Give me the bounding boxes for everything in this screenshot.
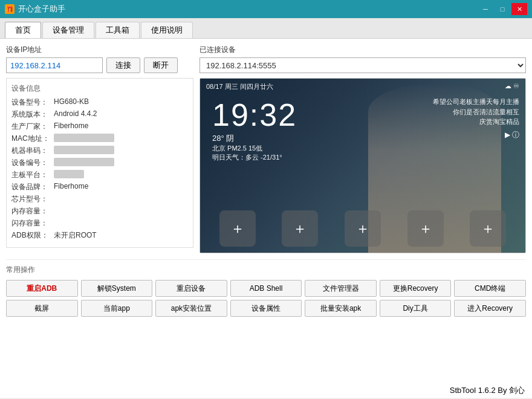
device-info-box: 设备信息 设备型号： HG680-KB 系统版本： Android 4.4.2 … [6, 78, 193, 248]
main-content: 设备IP地址 连接 断开 设备信息 设备型号： HG680-KB 系统版本： A… [0, 39, 532, 398]
title-bar-left: 🎁 开心盒子助手 [5, 4, 65, 15]
info-label-version: 系统版本： [11, 109, 54, 120]
phone-weather: 28° 阴 北京 PM2.5 15低 明日天气：多云 -21/31° [212, 133, 282, 162]
info-row-board: 主板平台： [11, 170, 188, 180]
info-label-mac: MAC地址： [11, 134, 54, 144]
disconnect-button[interactable]: 断开 [144, 57, 178, 73]
op-screenshot[interactable]: 截屏 [6, 300, 78, 317]
op-enter-recovery[interactable]: 进入Recovery [454, 300, 526, 317]
op-unlock-system[interactable]: 解锁System [81, 280, 153, 297]
info-label-brand: 设备品牌： [11, 182, 54, 192]
ops-row-2: 截屏 当前app apk安装位置 设备属性 批量安装apk Diy工具 进入Re… [6, 300, 526, 317]
phone-app-icon-4: ＋ [407, 210, 444, 247]
info-row-ram: 内存容量： [11, 206, 188, 216]
left-block: 设备IP地址 连接 断开 设备信息 设备型号： HG680-KB 系统版本： A… [6, 45, 193, 248]
footer: StbTool 1.6.2 By 剑心 [450, 385, 525, 396]
info-row-flash: 闪存容量： [11, 218, 188, 229]
op-batch-apk[interactable]: 批量安装apk [305, 300, 377, 317]
tab-home[interactable]: 首页 [5, 22, 41, 38]
info-label-flash: 闪存容量： [11, 218, 54, 229]
phone-app-icon-1: ＋ [219, 210, 256, 247]
info-label-serial: 机器串码： [11, 146, 54, 156]
phone-app-icon-2: ＋ [282, 210, 318, 247]
info-label-chip: 芯片型号： [11, 194, 54, 204]
info-row-mac: MAC地址： [11, 134, 188, 144]
connected-select[interactable]: 192.168.2.114:5555 [199, 57, 526, 73]
info-row-version: 系统版本： Android 4.4.2 [11, 109, 188, 120]
weather-temp: 28° 阴 [212, 133, 282, 144]
tab-tools[interactable]: 工具箱 [96, 22, 140, 38]
common-operations: 常用操作 重启ADB 解锁System 重启设备 ADB Shell 文件管理器… [6, 259, 526, 317]
info-value-serial [54, 146, 114, 154]
right-block: 已连接设备 192.168.2.114:5555 08/17 周三 闰四月廿六 … [199, 45, 526, 253]
info-row-serial: 机器串码： [11, 146, 188, 156]
ip-input[interactable] [6, 57, 103, 73]
ops-row-1: 重启ADB 解锁System 重启设备 ADB Shell 文件管理器 更换Re… [6, 280, 526, 297]
ip-row: 连接 断开 [6, 57, 193, 73]
info-value-version: Android 4.4.2 [54, 109, 97, 120]
tab-instructions[interactable]: 使用说明 [141, 22, 193, 38]
info-value-maker: Fiberhome [54, 122, 88, 132]
info-row-model: 设备型号： HG680-KB [11, 97, 188, 108]
info-row-adb: ADB权限： 未开启ROOT [11, 230, 188, 241]
phone-screen: 08/17 周三 闰四月廿六 ☁ ♾ 19:32 28° 阴 北京 PM2.5 … [199, 78, 526, 253]
info-row-devnum: 设备编号： [11, 158, 188, 168]
top-row: 设备IP地址 连接 断开 设备信息 设备型号： HG680-KB 系统版本： A… [6, 45, 526, 253]
op-diy-tools[interactable]: Diy工具 [380, 300, 452, 317]
op-cmd-terminal[interactable]: CMD终端 [454, 280, 526, 297]
app-title: 开心盒子助手 [18, 4, 65, 15]
op-change-recovery[interactable]: 更换Recovery [380, 280, 452, 297]
info-label-ram: 内存容量： [11, 206, 54, 216]
info-value-board [54, 170, 84, 178]
tab-bar: 首页 设备管理 工具箱 使用说明 [0, 18, 532, 39]
phone-app-icon-3: ＋ [345, 210, 381, 247]
info-value-mac [54, 134, 114, 142]
info-label-maker: 生产厂家： [11, 122, 54, 132]
op-restart-adb[interactable]: 重启ADB [6, 280, 78, 297]
info-value-devnum [54, 158, 114, 166]
info-value-brand: Fiberhome [54, 182, 88, 192]
op-adb-shell[interactable]: ADB Shell [230, 280, 302, 297]
phone-date: 08/17 周三 闰四月廿六 [206, 82, 273, 91]
op-restart-device[interactable]: 重启设备 [155, 280, 227, 297]
phone-app-icon-5: ＋ [470, 210, 506, 247]
phone-icons-status: ☁ ♾ [505, 82, 519, 91]
close-button[interactable]: ✕ [511, 3, 527, 15]
info-value-model: HG680-KB [54, 97, 89, 108]
app-icon: 🎁 [5, 4, 15, 14]
footer-text: StbTool 1.6.2 By 剑心 [450, 386, 525, 395]
info-label-board: 主板平台： [11, 170, 54, 180]
phone-time: 19:32 [212, 97, 297, 133]
connected-label: 已连接设备 [199, 45, 526, 55]
op-current-app[interactable]: 当前app [81, 300, 153, 317]
device-info-title: 设备信息 [11, 83, 188, 94]
op-apk-location[interactable]: apk安装位置 [155, 300, 227, 317]
minimize-button[interactable]: ─ [478, 3, 493, 15]
info-label-adb: ADB权限： [11, 230, 54, 241]
info-row-maker: 生产厂家： Fiberhome [11, 122, 188, 132]
phone-right-info: 希望公司老板主播天每月主播 你们是否清洁流量相互 庆赏淘宝精品 ▶ ⓘ [433, 97, 519, 141]
weather-forecast: 明日天气：多云 -21/31° [212, 153, 282, 162]
weather-city: 北京 PM2.5 15低 [212, 144, 282, 153]
common-ops-title: 常用操作 [6, 259, 526, 275]
info-label-model: 设备型号： [11, 97, 54, 108]
op-file-manager[interactable]: 文件管理器 [305, 280, 377, 297]
info-row-brand: 设备品牌： Fiberhome [11, 182, 188, 192]
connect-button[interactable]: 连接 [106, 57, 140, 73]
phone-app-icons: ＋ ＋ ＋ ＋ ＋ [200, 210, 525, 247]
maximize-button[interactable]: □ [495, 3, 510, 15]
ip-label: 设备IP地址 [6, 45, 193, 55]
window-controls: ─ □ ✕ [478, 3, 527, 15]
info-row-chip: 芯片型号： [11, 194, 188, 204]
info-value-adb: 未开启ROOT [54, 230, 97, 241]
title-bar: 🎁 开心盒子助手 ─ □ ✕ [0, 0, 532, 18]
tab-device-management[interactable]: 设备管理 [42, 22, 94, 38]
info-label-devnum: 设备编号： [11, 158, 54, 168]
op-device-props[interactable]: 设备属性 [230, 300, 302, 317]
